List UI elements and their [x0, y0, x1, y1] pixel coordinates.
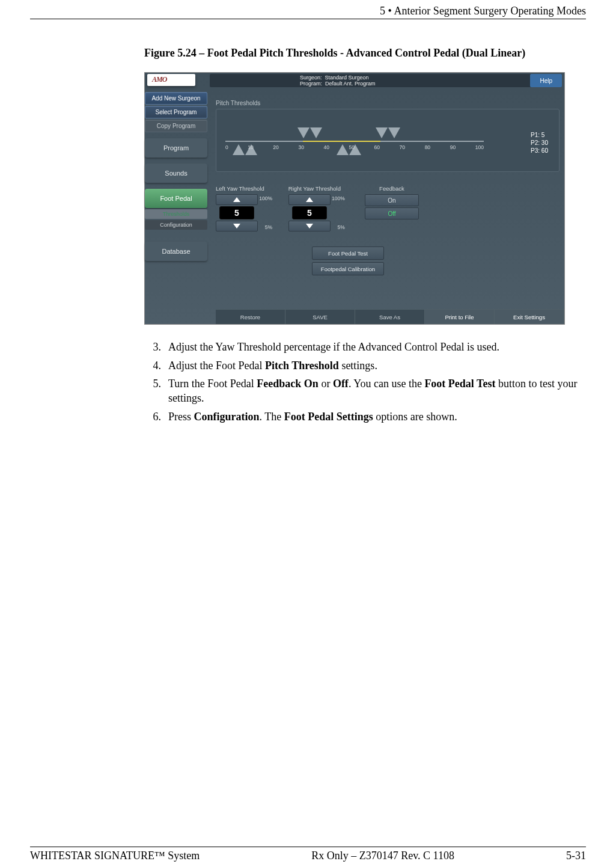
tick-label: 50 [349, 144, 355, 150]
readout-p2: P2: 30 [531, 139, 548, 147]
triangle-down-icon [310, 127, 322, 138]
left-yaw-stepper: 100% 5 5% [216, 194, 258, 231]
step-text-bold: Foot Pedal Test [424, 378, 495, 390]
right-yaw-stepper: 100% 5 5% [288, 194, 331, 231]
figure-caption: Figure 5.24 – Foot Pedal Pitch Threshold… [144, 46, 586, 60]
foot-pedal-test-button[interactable]: Foot Pedal Test [312, 247, 384, 260]
right-yaw-value: 5 [292, 206, 327, 219]
feedback-toggle: On Off [365, 194, 419, 219]
pitch-marker-top-p3[interactable] [376, 127, 400, 138]
pitch-ruler [225, 141, 484, 142]
exit-settings-button[interactable]: Exit Settings [495, 310, 564, 324]
left-yaw-decrease-button[interactable] [216, 221, 258, 231]
tab-database[interactable]: Database [145, 242, 207, 261]
feedback-label: Feedback [365, 185, 419, 192]
tab-program[interactable]: Program [145, 138, 207, 158]
step-text-part: options are shown. [373, 411, 457, 423]
program-label: Program: [300, 81, 322, 87]
chevron-up-icon [233, 197, 240, 202]
triangle-down-icon [297, 127, 310, 138]
step-text-part: . You can use the [349, 378, 425, 390]
step-text-part: Turn the Foot Pedal [168, 378, 257, 390]
pitch-readout: P1: 5 P2: 30 P3: 60 [531, 131, 548, 155]
step-text-part: . The [260, 411, 284, 423]
copy-program-button[interactable]: Copy Program [145, 120, 207, 132]
instruction-step-4: 4. Adjust the Foot Pedal Pitch Threshold… [144, 358, 586, 373]
step-number: 6. [144, 409, 168, 424]
subtab-thresholds[interactable]: Thresholds [145, 209, 207, 219]
triangle-down-icon [388, 127, 400, 138]
save-as-button[interactable]: Save As [355, 310, 425, 324]
print-to-file-button[interactable]: Print to File [425, 310, 495, 324]
instruction-step-5: 5. Turn the Foot Pedal Feedback On or Of… [144, 376, 586, 406]
tick-label: 90 [450, 144, 456, 150]
left-yaw-value: 5 [219, 206, 254, 219]
main-panel: Pitch Thresholds [216, 100, 560, 306]
surgeon-program-info: Surgeon: Standard Surgeon Program: Defau… [210, 75, 530, 87]
step-text-part: or [319, 378, 333, 390]
page-footer: WHITESTAR SIGNATURE™ System Rx Only – Z3… [30, 847, 586, 862]
step-text-part: Press [168, 411, 194, 423]
add-new-surgeon-button[interactable]: Add New Surgeon [145, 92, 207, 105]
step-text: Press Configuration. The Foot Pedal Sett… [168, 409, 457, 424]
footer-center: Rx Only – Z370147 Rev. C 1108 [311, 850, 454, 862]
step-text-bold: Off [333, 378, 349, 390]
figure-caption-prefix: Figure 5.24 – [144, 47, 207, 59]
instruction-step-6: 6. Press Configuration. The Foot Pedal S… [144, 409, 586, 424]
instruction-step-3: 3. Adjust the Yaw Threshold percentage i… [144, 340, 586, 354]
step-number: 4. [144, 358, 168, 373]
right-yaw-increase-button[interactable] [288, 194, 331, 205]
footpedal-calibration-button[interactable]: Footpedal Calibration [312, 262, 384, 275]
help-button[interactable]: Help [530, 74, 562, 87]
pitch-ticks: 0 10 20 30 40 50 60 70 80 90 100 [225, 144, 484, 150]
subtab-configuration[interactable]: Configuration [145, 220, 207, 230]
left-yaw-min: 5% [265, 224, 272, 230]
feedback-on-button[interactable]: On [365, 194, 419, 206]
pitch-thresholds-title: Pitch Thresholds [216, 100, 560, 106]
step-text-part: settings. [339, 360, 377, 372]
feedback-off-button[interactable]: Off [365, 207, 419, 219]
restore-button[interactable]: Restore [216, 310, 285, 324]
step-text-part: Adjust the Foot Pedal [168, 360, 265, 372]
instruction-list: 3. Adjust the Yaw Threshold percentage i… [144, 340, 586, 423]
svg-marker-1 [233, 224, 240, 228]
running-head: 5 • Anterior Segment Surgery Operating M… [30, 5, 586, 19]
chevron-down-icon [233, 224, 240, 228]
footer-left: WHITESTAR SIGNATURE™ System [30, 850, 200, 862]
select-program-button[interactable]: Select Program [145, 106, 207, 118]
surgeon-label: Surgeon: [300, 75, 322, 81]
chevron-up-icon [306, 197, 313, 202]
screenshot-figure: AMO Surgeon: Standard Surgeon Program: D… [144, 72, 565, 325]
pitch-marker-top-p2[interactable] [297, 127, 322, 138]
chevron-down-icon [306, 224, 313, 228]
right-yaw-decrease-button[interactable] [288, 221, 331, 231]
program-value: Default Ant. Program [325, 81, 376, 87]
tab-sounds[interactable]: Sounds [145, 164, 207, 183]
footer-right: 5-31 [566, 850, 586, 862]
surgeon-value: Standard Surgeon [325, 75, 369, 81]
svg-marker-2 [306, 197, 313, 202]
feedback-control: Feedback On Off [365, 185, 419, 231]
tick-label: 60 [374, 144, 380, 150]
step-text-bold: Pitch Threshold [265, 360, 339, 372]
tick-label: 0 [225, 144, 228, 150]
right-yaw-max: 100% [332, 195, 345, 201]
step-text-bold: Feedback On [257, 378, 319, 390]
pitch-thresholds-box: 0 10 20 30 40 50 60 70 80 90 100 P1: 5 [216, 109, 560, 172]
mid-buttons: Foot Pedal Test Footpedal Calibration [312, 247, 384, 275]
controls-row: Left Yaw Threshold 100% 5 5% [216, 185, 560, 231]
readout-p3: P3: 60 [531, 147, 548, 155]
brand-logo-text: AMO [147, 74, 195, 84]
left-yaw-control: Left Yaw Threshold 100% 5 5% [216, 185, 264, 231]
save-button[interactable]: SAVE [285, 310, 355, 324]
tick-label: 30 [298, 144, 303, 150]
brand-logo: AMO [147, 74, 195, 86]
tick-label: 20 [273, 144, 278, 150]
tab-foot-pedal[interactable]: Foot Pedal [145, 189, 207, 208]
step-number: 5. [144, 376, 168, 406]
left-yaw-max: 100% [259, 195, 272, 201]
left-yaw-increase-button[interactable] [216, 194, 258, 205]
tick-label: 80 [425, 144, 430, 150]
svg-marker-3 [306, 224, 313, 228]
step-number: 3. [144, 340, 168, 354]
